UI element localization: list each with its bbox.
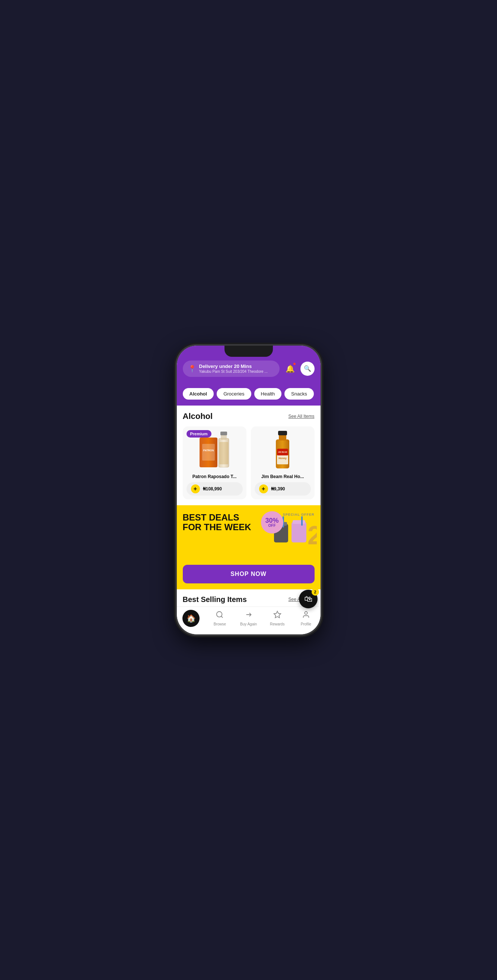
alcohol-section-title: Alcohol <box>183 412 213 421</box>
delivery-info[interactable]: 📍 Delivery under 20 Mins Yakubu Pam St S… <box>183 361 280 377</box>
jimbeam-product-name: Jim Beam Real Ho... <box>255 474 311 479</box>
rewards-label: Rewards <box>270 622 284 626</box>
nav-item-home[interactable]: 🏠 <box>177 610 205 627</box>
delivery-subtitle: Yakubu Pam St Suit 203/204 Theodore ... <box>199 369 268 374</box>
shop-now-button[interactable]: SHOP NOW <box>183 565 315 583</box>
jimbeam-bottle-svg: JIM BEAM Honey <box>271 430 294 471</box>
patron-product-name: Patron Raposado T... <box>186 474 243 479</box>
deals-line1: BEST DEALS <box>183 513 315 522</box>
svg-rect-1 <box>202 444 215 461</box>
header-icons: 🔔 🔍 <box>283 362 315 376</box>
notification-dot <box>293 363 296 365</box>
best-selling-title: Best Selling Items <box>183 595 247 604</box>
deals-btn-area: SHOP NOW <box>177 565 320 589</box>
deals-badge-percent: 30% <box>265 517 279 524</box>
profile-icon <box>302 611 310 621</box>
svg-line-23 <box>221 616 223 617</box>
alcohol-see-all[interactable]: See All Items <box>288 414 314 419</box>
svg-point-25 <box>304 612 307 614</box>
svg-marker-24 <box>274 611 281 617</box>
svg-rect-14 <box>277 441 288 466</box>
category-tabs: Alcohol Groceries Health Snacks <box>177 388 320 406</box>
nav-item-buy-again[interactable]: Buy Again <box>234 611 263 626</box>
svg-rect-5 <box>220 431 227 435</box>
deals-badge-off: OFF <box>268 524 276 528</box>
product-card-jimbeam: JIM BEAM Honey Jim Beam Real Ho... + ₦9,… <box>251 426 315 499</box>
nav-item-browse[interactable]: Browse <box>205 611 234 626</box>
deals-text: BEST DEALS FOR THE WEEK <box>183 513 315 532</box>
buy-again-icon <box>245 611 253 621</box>
patron-add-price: + ₦108,990 <box>186 482 243 496</box>
jimbeam-add-price: + ₦9,390 <box>255 482 311 496</box>
bottom-nav: 🏠 Browse Buy Again <box>177 606 320 634</box>
category-tab-groceries[interactable]: Groceries <box>217 388 251 399</box>
browse-label: Browse <box>214 622 226 626</box>
nav-item-rewards[interactable]: Rewards <box>263 611 292 626</box>
cart-count: 2 <box>312 588 319 596</box>
section-header: Alcohol See All Items <box>183 412 315 421</box>
category-tab-health[interactable]: Health <box>254 388 282 399</box>
jimbeam-product-image: JIM BEAM Honey <box>255 430 311 471</box>
phone-frame: 📍 Delivery under 20 Mins Yakubu Pam St S… <box>176 345 321 635</box>
alcohol-section: Alcohol See All Items Premium <box>177 406 320 505</box>
search-button[interactable]: 🔍 <box>300 362 315 376</box>
bell-icon: 🔔 <box>285 364 295 373</box>
jimbeam-add-button[interactable]: + <box>259 484 268 493</box>
search-icon: 🔍 <box>304 365 311 372</box>
home-icon: 🏠 <box>182 610 199 627</box>
cart-button[interactable]: 🛍 2 <box>299 590 317 608</box>
premium-badge: Premium <box>186 430 212 438</box>
patron-price: ₦108,990 <box>203 486 222 492</box>
svg-rect-6 <box>219 442 228 465</box>
deals-banner: BEST DEALS FOR THE WEEK 30% OFF SPECIAL … <box>177 505 320 565</box>
deals-badge: 30% OFF <box>261 511 283 533</box>
delivery-text: Delivery under 20 Mins Yakubu Pam St Sui… <box>199 363 268 374</box>
header-top: 📍 Delivery under 20 Mins Yakubu Pam St S… <box>183 361 315 377</box>
nav-item-profile[interactable]: Profile <box>292 611 320 626</box>
delivery-title: Delivery under 20 Mins <box>199 363 268 369</box>
svg-rect-9 <box>278 431 287 435</box>
main-content: Alcohol See All Items Premium <box>177 406 320 606</box>
category-tab-alcohol[interactable]: Alcohol <box>183 388 214 399</box>
browse-icon <box>215 611 224 621</box>
svg-text:PATRON: PATRON <box>203 449 214 452</box>
profile-label: Profile <box>301 622 311 626</box>
screen: 📍 Delivery under 20 Mins Yakubu Pam St S… <box>177 346 320 634</box>
best-selling-header: Best Selling Items See All Items <box>183 595 315 604</box>
category-tab-snacks[interactable]: Snacks <box>284 388 314 399</box>
products-row: Premium <box>183 426 315 499</box>
buy-again-label: Buy Again <box>240 622 257 626</box>
phone-notch <box>225 346 273 357</box>
jimbeam-price: ₦9,390 <box>271 486 285 492</box>
deals-line2: FOR THE WEEK <box>183 522 315 532</box>
cart-icon: 🛍 <box>304 594 312 604</box>
patron-add-button[interactable]: + <box>191 484 200 493</box>
svg-point-22 <box>217 612 222 617</box>
location-pin-icon: 📍 <box>188 364 196 373</box>
product-card-patron: Premium <box>183 426 247 499</box>
notification-button[interactable]: 🔔 <box>283 362 298 376</box>
rewards-icon <box>273 611 282 621</box>
